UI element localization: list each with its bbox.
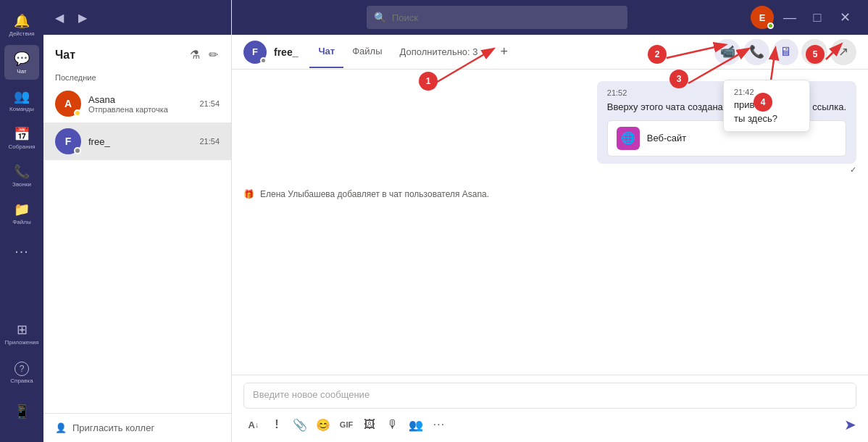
tab-chat[interactable]: Чат [309,36,343,68]
input-toolbar: A↓ ! 📎 😊 GIF 🖼 🎙 👥 ··· ➤ [243,414,856,435]
chat-area: F free_ Чат Файлы Дополнительно: 3 ▾ + 📹… [232,35,868,442]
tab-more[interactable]: Дополнительно: 3 ▾ [391,36,495,67]
sidebar-label-chat: Чат [17,68,26,75]
sidebar-label-teams: Команды [9,106,34,112]
sidebar-item-actions[interactable]: 🔔 Действия [4,7,39,42]
annotation-badge-3: 3 [669,70,688,88]
chat-header-actions: 📹 📞 🖥 👥 ↗ [714,39,856,65]
main-area: 🔍 E — □ ✕ F free_ [232,0,868,442]
chat-name-free: free_ [88,136,192,147]
chat-panel-header: Чат ⚗ ✏ [43,35,231,69]
chat-item-free[interactable]: F free_ 21:54 [43,122,231,160]
sidebar-label-actions: Действия [9,30,34,37]
chat-item-asana[interactable]: A Asana Отправлена карточка 21:54 [43,85,231,122]
website-label: Веб-сайт [647,133,686,143]
avatar-free: F [55,128,81,154]
system-message-1: 🎁 Елена Улыбашева добавляет в чат пользо… [243,186,856,202]
chat-name-asana: Asana [88,94,192,105]
contact-status [260,57,267,64]
search-icon: 🔍 [374,12,386,23]
sidebar-label-meetings: Собрания [9,143,36,150]
chat-preview-asana: Отправлена карточка [88,105,192,114]
sidebar: 🔔 Действия 💬 Чат 👥 Команды 📅 Собрания 📞 … [0,0,43,442]
attach-button[interactable]: 📎 [290,414,310,435]
sidebar-item-apps[interactable]: ⊞ Приложения [4,316,39,351]
files-icon: 📁 [14,201,30,217]
tab-files[interactable]: Файлы [343,36,391,68]
device-icon: 📱 [14,404,30,420]
free-status [74,147,81,154]
people-button[interactable]: 👥 [406,414,426,435]
filter-button[interactable]: ⚗ [188,46,201,63]
add-tab-button[interactable]: + [495,38,514,65]
chat-time-free: 21:54 [199,137,220,146]
sidebar-item-help[interactable]: ? Справка [4,355,39,390]
chat-info-asana: Asana Отправлена карточка [88,94,192,114]
more-icon: ··· [14,243,29,259]
screen-share-button[interactable]: 🖥 [772,39,798,65]
maximize-button[interactable]: □ [806,6,829,29]
sidebar-item-files[interactable]: 📁 Файлы [4,196,39,230]
forward-button[interactable]: ▶ [74,8,91,28]
apps-icon: ⊞ [17,322,28,338]
sidebar-item-teams[interactable]: 👥 Команды [4,83,39,117]
close-button[interactable]: ✕ [833,6,856,29]
tooltip-line-2: ты здесь? [734,113,799,124]
more-tools-button[interactable]: ··· [429,414,449,435]
contact-name: free_ [274,46,298,58]
sidebar-item-more[interactable]: ··· [4,233,39,268]
annotation-badge-5: 5 [806,45,825,64]
sidebar-label-calls: Звонки [12,181,31,188]
sidebar-label-help: Справка [10,378,33,384]
help-icon: ? [14,362,29,376]
tab-more-label: Дополнительно: 3 [400,46,478,57]
sidebar-item-chat[interactable]: 💬 Чат [4,45,39,80]
edit-button[interactable]: ✏ [207,46,220,63]
section-label-recent: Последние [43,69,231,85]
open-chat-button[interactable]: ↗ [830,39,856,65]
input-area: Введите новое сообщение A↓ ! 📎 😊 GIF 🖼 🎙… [232,375,868,442]
emoji-button[interactable]: 😊 [313,414,333,435]
system-text-1: Елена Улыбашева добавляет в чат пользова… [260,189,489,199]
invite-colleagues-button[interactable]: 👤 Пригласить коллег [43,413,231,442]
avatar-asana: A [55,91,81,117]
chevron-down-icon: ▾ [481,46,486,57]
website-icon: 🌐 [617,127,640,150]
chat-header: F free_ Чат Файлы Дополнительно: 3 ▾ + 📹… [232,35,868,70]
gift-icon: 🎁 [243,189,254,199]
back-button[interactable]: ◀ [51,8,68,28]
calls-icon: 📞 [14,164,30,180]
send-button[interactable]: ➤ [844,416,856,433]
sidebar-item-calls[interactable]: 📞 Звонки [4,158,39,193]
gif-button[interactable]: GIF [336,414,356,435]
video-call-button[interactable]: 📹 [714,39,740,65]
format-button[interactable]: A↓ [243,414,264,435]
audio-call-button[interactable]: 📞 [743,39,769,65]
user-avatar[interactable]: E [751,6,774,29]
teams-icon: 👥 [14,88,30,104]
annotation-badge-1: 1 [419,72,438,91]
chat-panel: ◀ ▶ Чат ⚗ ✏ Последние A Asana Отправлена… [43,0,232,442]
annotation-badge-4: 4 [754,93,772,112]
input-placeholder: Введите новое сообщение [253,389,370,400]
sidebar-label-apps: Приложения [5,339,39,346]
sticker-button[interactable]: 🖼 [359,414,380,435]
chat-info-free: free_ [88,136,192,147]
minimize-button[interactable]: — [778,6,801,29]
asana-status [74,109,81,117]
meetings-icon: 📅 [14,126,30,142]
invite-icon: 👤 [55,422,67,433]
contact-avatar: F [243,41,267,64]
search-input[interactable] [392,12,620,23]
chat-panel-title: Чат [55,49,75,62]
sidebar-item-device[interactable]: 📱 [4,394,39,429]
audio-button[interactable]: 🎙 [383,414,403,435]
sidebar-item-meetings[interactable]: 📅 Собрания [4,120,39,155]
important-button[interactable]: ! [267,414,287,435]
invite-label: Пригласить коллег [72,422,154,433]
user-status-indicator [767,22,774,29]
chat-panel-actions: ⚗ ✏ [188,46,220,63]
chat-time-asana: 21:54 [199,99,220,108]
sidebar-label-files: Файлы [12,219,30,225]
message-input-box[interactable]: Введите новое сообщение [243,383,856,409]
